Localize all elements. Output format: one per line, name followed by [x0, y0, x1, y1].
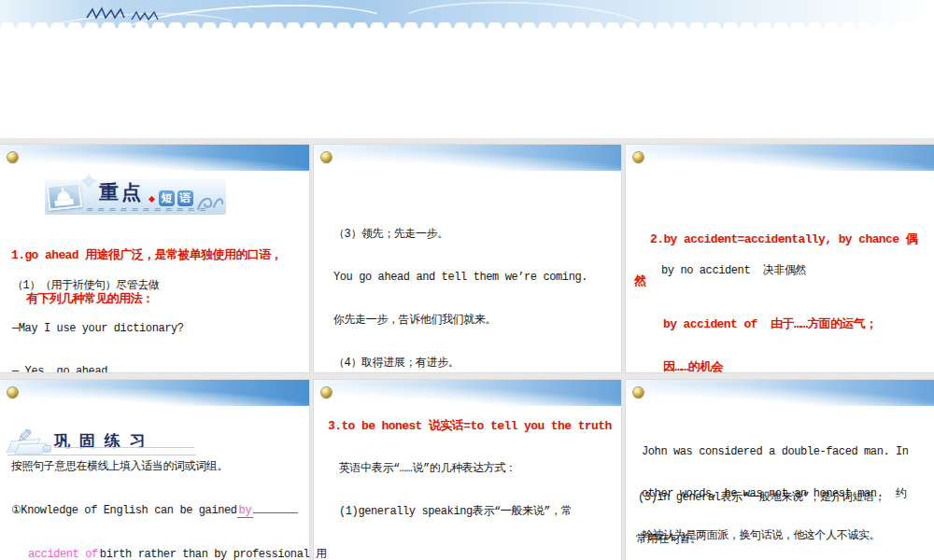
text-line: 英语中表示“……说”的几种表达方式：	[339, 462, 609, 476]
slide-thumbnail-5[interactable]: 3.to be honest 说实话=to tell you the truth…	[314, 380, 621, 560]
body-text-paragraph-2: (3)in general表示“一般地来说”，是介词短语， 常用在句首。 In …	[636, 463, 922, 560]
gold-ball-icon	[7, 387, 18, 398]
text-line: （1）（用于祈使句）尽管去做	[12, 279, 273, 293]
heading-by-accident: 2.by accident=accidentally, by chance 偶 …	[634, 203, 917, 372]
header-band	[626, 380, 934, 406]
header-band	[626, 145, 934, 171]
slide-thumbnail-4[interactable]: ✎ 巩 固 练 习 按照句子意思在横线上填入适当的词或词组。 ①Knowledg…	[0, 380, 309, 560]
text-line: （3）领先；先走一步。	[333, 228, 587, 242]
text-line: 按照句子意思在横线上填入适当的词或词组。	[11, 458, 228, 474]
header-band	[0, 145, 309, 171]
text-line: 你先走一步，告诉他们我们就来。	[333, 314, 587, 328]
slide-thumbnail-1[interactable]: ✦ 重点 短语 ♒♒♒♒♒♒♒♒♒♒♒ 1.go ahead 用途很广泛，是常被…	[0, 145, 309, 372]
body-text: （1）（用于祈使句）尽管去做 —May I use your dictionar…	[12, 250, 273, 372]
practice-title: 巩 固 练 习	[54, 430, 148, 452]
sparkle-icon: ✦	[80, 170, 97, 193]
gold-ball-icon	[321, 152, 332, 162]
gold-ball-icon	[633, 387, 644, 398]
slide-sorter-page: ✦ 重点 短语 ♒♒♒♒♒♒♒♒♒♒♒ 1.go ahead 用途很广泛，是常被…	[0, 0, 934, 560]
text-line: 常用在句首。	[636, 533, 922, 547]
body-text: （3）领先；先走一步。 You go ahead and tell them w…	[333, 199, 587, 372]
header-band	[0, 380, 309, 406]
answer-text: by	[237, 504, 254, 518]
text-line: ①Knowledge of English can be gainedby	[11, 503, 309, 519]
text-line: John was considered a double-faced man. …	[642, 445, 909, 459]
rule-line	[54, 447, 194, 448]
body-text: 英语中表示“……说”的几种表达方式： (1)generally speaking…	[339, 434, 609, 560]
header-band	[314, 145, 621, 171]
wave-pattern: ♒♒♒♒♒♒♒♒♒♒♒	[86, 205, 210, 215]
heading-to-be-honest: 3.to be honest 说实话=to tell you the truth	[328, 419, 612, 434]
slide-thumbnail-6[interactable]: John was considered a double-faced man. …	[626, 380, 934, 560]
gold-ball-icon	[633, 152, 644, 162]
curl-icon	[196, 193, 224, 212]
ink-pot-icon	[43, 445, 51, 453]
header-band	[314, 380, 621, 406]
rule-line	[7, 455, 196, 455]
text-line: —May I use your dictionary?	[12, 322, 273, 336]
answer-text: accident of	[26, 548, 100, 560]
text-line: （4）取得进展；有进步。	[333, 357, 587, 371]
gold-ball-icon	[7, 152, 18, 162]
keypoint-badge: ✦ 重点 短语 ♒♒♒♒♒♒♒♒♒♒♒	[45, 179, 226, 215]
slide-thumbnail-2[interactable]: （3）领先；先走一步。 You go ahead and tell them w…	[314, 145, 621, 372]
scribble-icon	[86, 6, 129, 21]
text-line: accident ofbirth rather than by professi…	[26, 548, 309, 560]
dome-photo-icon	[47, 182, 83, 211]
scribble-icon	[131, 9, 163, 22]
text-line: (3)in general表示“一般地来说”，是介词短语，	[638, 491, 922, 505]
top-decorative-banner	[0, 0, 934, 28]
text-line: You go ahead and tell them we’re coming.	[333, 271, 587, 285]
text-line: (1)generally speaking表示“一般来说”，常	[339, 505, 609, 519]
practice-items: ①Knowledge of English can be gainedby ac…	[11, 473, 309, 560]
wave-arc-icon	[391, 0, 655, 63]
badge-pill-short: 短	[159, 190, 175, 206]
red-accent-dot	[149, 196, 155, 203]
badge-pill-phrase: 语	[177, 190, 193, 206]
gold-ball-icon	[321, 387, 332, 398]
slide-thumbnail-3[interactable]: 2.by accident=accidentally, by chance 偶 …	[626, 145, 934, 372]
badge-pills: 短语	[159, 189, 196, 206]
text-line: by no accident 决非偶然	[661, 262, 806, 278]
text-line: 用	[316, 548, 609, 560]
badge-title-keypoint: 重点	[99, 179, 144, 205]
text-line: — Yes, go ahead.	[12, 365, 273, 372]
blank-underline	[253, 503, 298, 513]
